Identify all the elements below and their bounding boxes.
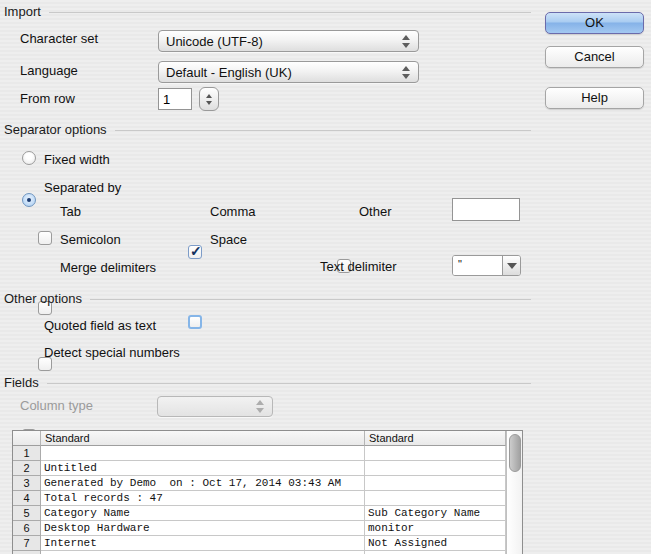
language-dropdown[interactable]: Default - English (UK)	[158, 61, 419, 83]
table-cell: monitor	[365, 521, 506, 536]
chevron-up-down-icon	[256, 400, 264, 413]
row-number: 7	[13, 536, 41, 551]
table-cell	[365, 446, 506, 461]
column-header[interactable]: Standard	[365, 431, 506, 446]
step-down-icon	[206, 101, 212, 105]
section-separator-title: Separator options	[4, 122, 107, 137]
cancel-button[interactable]: Cancel	[545, 46, 644, 68]
table-header-row: Standard Standard	[13, 431, 506, 446]
column-type-dropdown	[157, 396, 273, 417]
table-row[interactable]: 6Desktop Hardwaremonitor	[13, 521, 506, 536]
row-number: 5	[13, 506, 41, 521]
separated-by-radio[interactable]	[22, 193, 36, 207]
comma-checkbox[interactable]	[188, 245, 202, 259]
chevron-up-down-icon	[402, 35, 410, 48]
preview-table[interactable]: Standard Standard 12Untitled3Generated b…	[12, 430, 523, 554]
section-fields: Fields	[4, 375, 531, 389]
table-cell: Category Name	[41, 506, 365, 521]
column-header[interactable]: Standard	[41, 431, 365, 446]
comma-label: Comma	[210, 204, 256, 219]
table-row[interactable]: 7InternetNot Assigned	[13, 536, 506, 551]
detect-special-numbers-label: Detect special numbers	[44, 345, 180, 360]
section-divider	[47, 383, 531, 384]
space-checkbox[interactable]	[188, 315, 202, 329]
section-divider	[49, 12, 531, 13]
vertical-scrollbar[interactable]	[506, 431, 522, 554]
preview-table-grid: Standard Standard 12Untitled3Generated b…	[13, 431, 506, 554]
table-cell	[365, 476, 506, 491]
section-import-title: Import	[4, 4, 41, 19]
character-set-label: Character set	[20, 31, 98, 46]
row-number: 1	[13, 446, 41, 461]
section-divider	[90, 299, 531, 300]
other-label: Other	[359, 204, 392, 219]
table-cell: Total records : 47	[41, 491, 365, 506]
column-type-label: Column type	[20, 398, 93, 413]
section-other-options-title: Other options	[4, 291, 82, 306]
language-label: Language	[20, 63, 78, 78]
text-delimiter-label: Text delimiter	[320, 259, 397, 274]
table-row[interactable]: 3Generated by Demo on : Oct 17, 2014 03:…	[13, 476, 506, 491]
table-cell: Not Assigned	[365, 536, 506, 551]
table-cell: Internet	[41, 536, 365, 551]
chevron-up-down-icon	[402, 66, 410, 79]
table-row[interactable]: 4Total records : 47	[13, 491, 506, 506]
table-cell: Sub Category Name	[365, 506, 506, 521]
language-value: Default - English (UK)	[166, 65, 402, 80]
table-cell	[365, 461, 506, 476]
table-row[interactable]: 1	[13, 446, 506, 461]
chevron-down-icon	[507, 263, 517, 269]
table-cell: Desktop Hardware	[41, 521, 365, 536]
text-delimiter-combo[interactable]: "	[452, 255, 521, 276]
row-number: 2	[13, 461, 41, 476]
semicolon-label: Semicolon	[60, 232, 121, 247]
section-other-options: Other options	[4, 291, 531, 305]
tab-checkbox[interactable]	[38, 231, 52, 245]
fixed-width-radio[interactable]	[22, 151, 36, 165]
preview-table-rows: 12Untitled3Generated by Demo on : Oct 17…	[13, 446, 506, 554]
section-separator-options: Separator options	[4, 122, 531, 136]
space-label: Space	[210, 232, 247, 247]
section-fields-title: Fields	[4, 375, 39, 390]
other-separator-input[interactable]	[452, 198, 520, 221]
row-number-header	[13, 431, 41, 446]
table-row[interactable]: 5Category NameSub Category Name	[13, 506, 506, 521]
tab-label: Tab	[60, 204, 81, 219]
row-number: 4	[13, 491, 41, 506]
help-button[interactable]: Help	[545, 87, 644, 109]
scrollbar-thumb[interactable]	[509, 434, 521, 472]
step-up-icon	[206, 94, 212, 98]
fixed-width-label: Fixed width	[44, 152, 110, 167]
table-cell	[41, 446, 365, 461]
character-set-value: Unicode (UTF-8)	[166, 34, 402, 49]
quoted-field-as-text-label: Quoted field as text	[44, 318, 156, 333]
merge-delimiters-label: Merge delimiters	[60, 260, 156, 275]
character-set-dropdown[interactable]: Unicode (UTF-8)	[158, 30, 419, 52]
row-number: 3	[13, 476, 41, 491]
table-row[interactable]: 2Untitled	[13, 461, 506, 476]
from-row-stepper[interactable]	[199, 87, 219, 111]
section-divider	[115, 130, 531, 131]
table-cell: Untitled	[41, 461, 365, 476]
from-row-input[interactable]	[158, 88, 192, 110]
section-import: Import	[4, 4, 531, 18]
ok-button[interactable]: OK	[545, 12, 644, 34]
dropdown-arrow-button[interactable]	[502, 256, 520, 275]
text-import-dialog: Import Character set Unicode (UTF-8) Lan…	[0, 0, 651, 554]
table-cell	[365, 491, 506, 506]
table-cell: Generated by Demo on : Oct 17, 2014 03:4…	[41, 476, 365, 491]
row-number: 6	[13, 521, 41, 536]
from-row-label: From row	[20, 91, 75, 106]
separated-by-label: Separated by	[44, 180, 121, 195]
text-delimiter-value: "	[453, 256, 502, 275]
